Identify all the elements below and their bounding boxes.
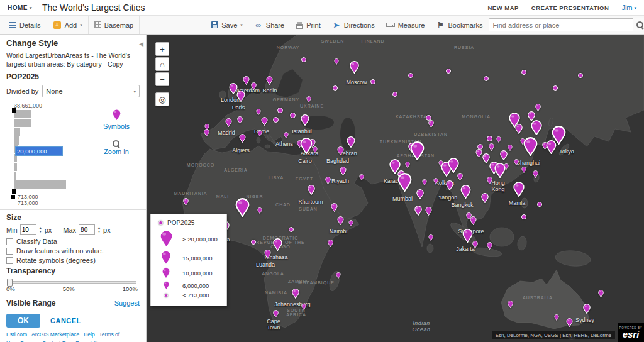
city-pin[interactable] (422, 179, 427, 185)
city-pin[interactable] (225, 118, 232, 127)
city-pin[interactable] (183, 198, 189, 206)
footer-link[interactable]: Esri.com (6, 331, 27, 338)
city-pin[interactable] (235, 198, 250, 217)
city-pin[interactable] (433, 178, 438, 184)
city-pin[interactable] (264, 250, 271, 258)
suggest-link[interactable]: Suggest (114, 299, 140, 307)
city-pin[interactable] (328, 240, 333, 247)
histogram-min-handle[interactable] (11, 195, 15, 199)
city-pin[interactable] (333, 86, 338, 91)
city-pin[interactable] (370, 79, 375, 84)
city-pin[interactable] (273, 310, 279, 317)
city-pin[interactable] (256, 109, 261, 115)
map-canvas[interactable]: SWEDENNORWAYFINLANDRUSSIAUKRAINEKAZAKHST… (147, 35, 644, 342)
city-pin[interactable] (325, 177, 331, 184)
city-pin[interactable] (460, 185, 471, 199)
city-pin[interactable] (484, 76, 489, 81)
city-pin[interactable] (475, 149, 482, 158)
checkbox-box[interactable] (6, 257, 13, 264)
city-pin[interactable] (521, 167, 526, 173)
city-pin[interactable] (308, 185, 315, 195)
city-pin[interactable] (239, 134, 246, 143)
panel-collapse-arrow[interactable] (139, 41, 143, 47)
footer-link[interactable]: ArcGIS Marketplace (31, 331, 79, 338)
city-pin[interactable] (489, 143, 494, 151)
city-pin[interactable] (331, 203, 338, 212)
cancel-button[interactable]: CANCEL (50, 317, 81, 324)
city-pin[interactable] (340, 167, 347, 175)
city-pin[interactable] (487, 242, 492, 250)
city-pin[interactable] (337, 216, 344, 225)
city-pin[interactable] (301, 114, 309, 126)
checkbox-draw-features-with-no-value[interactable]: Draw features with no value. (6, 247, 140, 255)
city-pin[interactable] (410, 141, 425, 160)
city-pin[interactable] (446, 180, 453, 190)
city-pin[interactable] (428, 120, 434, 128)
city-pin[interactable] (301, 57, 306, 62)
city-pin[interactable] (583, 304, 591, 314)
details-button[interactable]: Details (4, 16, 47, 34)
checkbox-classify-data[interactable]: Classify Data (6, 238, 140, 245)
city-pin[interactable] (552, 126, 566, 145)
city-pin[interactable] (350, 61, 359, 74)
city-pin[interactable] (348, 220, 353, 226)
max-size-stepper[interactable] (97, 226, 101, 233)
city-pin[interactable] (598, 290, 604, 297)
city-pin[interactable] (336, 272, 341, 279)
class-break-input[interactable] (15, 146, 63, 156)
city-pin[interactable] (204, 129, 209, 136)
histogram-top-handle[interactable] (12, 108, 16, 113)
new-map-button[interactable]: NEW MAP (487, 4, 518, 11)
city-pin[interactable] (531, 120, 542, 135)
home-button[interactable]: ⌂ (155, 57, 169, 71)
city-pin[interactable] (487, 136, 492, 141)
city-pin[interactable] (523, 137, 538, 156)
city-pin[interactable] (494, 163, 506, 178)
city-pin[interactable] (261, 117, 268, 126)
city-pin[interactable] (508, 301, 513, 308)
toolbar-bookmarks-button[interactable]: ⚑Bookmarks (430, 16, 488, 34)
city-pin[interactable] (389, 159, 401, 174)
zoom-in-link[interactable]: Zoom in (104, 148, 129, 155)
zoom-out-button[interactable]: − (155, 72, 169, 86)
city-pin[interactable] (428, 234, 433, 241)
search-button[interactable] (633, 18, 644, 31)
city-pin[interactable] (392, 92, 397, 97)
city-pin[interactable] (290, 113, 296, 118)
histogram-bottom-handle[interactable] (12, 189, 16, 194)
checkbox-rotate-symbols-degrees[interactable]: Rotate symbols (degrees) (6, 256, 140, 264)
max-size-input[interactable] (79, 224, 95, 235)
checkbox-box[interactable] (6, 248, 13, 255)
checkbox-box[interactable] (6, 238, 13, 245)
city-pin[interactable] (578, 73, 583, 78)
city-pin[interactable] (500, 150, 508, 160)
transparency-slider[interactable] (8, 281, 136, 284)
city-pin[interactable] (508, 145, 513, 151)
city-pin[interactable] (284, 132, 289, 138)
city-pin[interactable] (553, 86, 558, 91)
min-size-stepper[interactable] (39, 226, 42, 233)
divided-by-select[interactable]: None (42, 85, 140, 97)
transparency-slider-handle[interactable] (7, 279, 13, 287)
basemap-button[interactable]: Basemap (89, 16, 140, 34)
ok-button[interactable]: OK (6, 314, 40, 328)
city-pin[interactable] (425, 207, 432, 216)
city-pin[interactable] (446, 69, 451, 74)
city-pin[interactable] (533, 170, 538, 178)
zoom-in-button[interactable]: + (155, 42, 169, 56)
city-pin[interactable] (470, 216, 477, 225)
city-pin[interactable] (414, 206, 422, 216)
city-pin[interactable] (535, 104, 541, 111)
locate-button[interactable]: ◎ (155, 92, 169, 106)
search-input[interactable] (489, 19, 633, 31)
home-menu[interactable]: HOME (8, 4, 32, 11)
city-pin[interactable] (257, 130, 262, 136)
city-pin[interactable] (237, 116, 243, 124)
city-pin[interactable] (457, 173, 463, 180)
city-pin[interactable] (521, 214, 526, 219)
city-pin[interactable] (359, 174, 364, 180)
city-pin[interactable] (273, 117, 279, 123)
toolbar-save-button[interactable]: Save (206, 16, 248, 34)
city-pin[interactable] (472, 241, 478, 248)
min-size-input[interactable] (20, 224, 36, 235)
